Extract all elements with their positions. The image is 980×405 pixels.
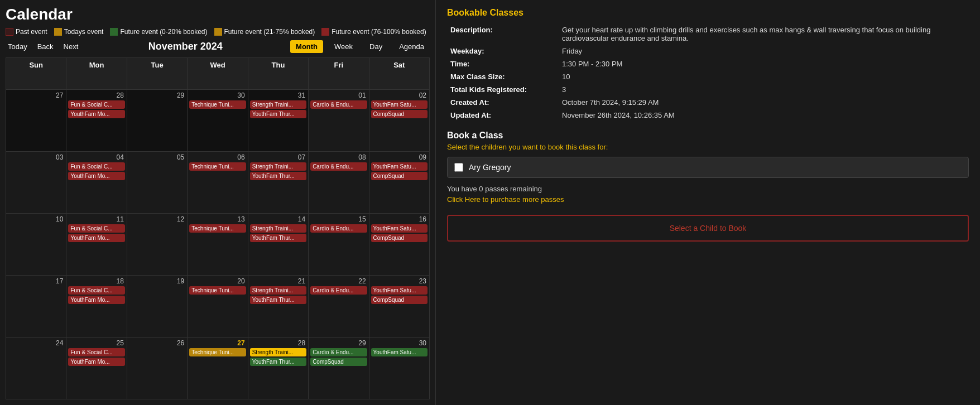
event-pill[interactable]: YouthFam Satu... bbox=[371, 162, 427, 171]
cal-cell: 26 bbox=[127, 338, 188, 399]
event-pill[interactable]: Strength Traini... bbox=[250, 348, 306, 356]
detail-row-time: Time: 1:30 PM - 2:30 PM bbox=[447, 57, 969, 70]
event-pill[interactable]: YouthFam Satu... bbox=[371, 348, 427, 356]
event-pill[interactable]: Fun & Social C... bbox=[68, 286, 124, 295]
cal-cell: 20Technique Tuni... bbox=[188, 276, 248, 338]
event-pill[interactable]: Fun & Social C... bbox=[68, 348, 124, 356]
event-pill[interactable]: YouthFam Thur... bbox=[250, 110, 306, 118]
event-pill[interactable]: YouthFam Mo... bbox=[68, 296, 124, 304]
cal-cell: 22Cardio & Endu... bbox=[309, 276, 369, 338]
total-kids-label: Total Kids Registered: bbox=[447, 83, 559, 96]
cal-cell: 13Technique Tuni... bbox=[188, 214, 248, 276]
calendar-grid: SunMonTueWedThuFriSat2728Fun & Social C.… bbox=[6, 57, 430, 399]
event-pill[interactable]: CompSquad bbox=[371, 296, 427, 304]
event-pill[interactable]: Technique Tuni... bbox=[189, 224, 246, 233]
event-pill[interactable]: YouthFam Thur... bbox=[250, 234, 306, 242]
day-number: 27 bbox=[189, 339, 246, 347]
day-number: 06 bbox=[189, 153, 246, 161]
view-agenda-button[interactable]: Agenda bbox=[393, 40, 430, 53]
event-pill[interactable]: Cardio & Endu... bbox=[310, 100, 367, 109]
day-number: 17 bbox=[8, 277, 64, 285]
day-number: 26 bbox=[129, 339, 185, 347]
view-month-button[interactable]: Month bbox=[290, 40, 323, 53]
day-number: 09 bbox=[371, 153, 427, 161]
view-day-button[interactable]: Day bbox=[364, 40, 388, 53]
cal-cell: 24 bbox=[6, 338, 66, 399]
calendar-toolbar: Today Back Next November 2024 Month Week… bbox=[6, 40, 430, 53]
legend-box-today bbox=[54, 28, 62, 36]
legend-box-future-high bbox=[321, 28, 329, 36]
event-pill[interactable]: Fun & Social C... bbox=[68, 100, 124, 109]
book-button[interactable]: Select a Child to Book bbox=[447, 215, 969, 242]
cal-cell: 29 bbox=[127, 90, 188, 152]
day-number: 16 bbox=[371, 215, 427, 223]
event-pill[interactable]: Technique Tuni... bbox=[189, 286, 246, 295]
day-number: 02 bbox=[371, 91, 427, 99]
cal-cell: 05 bbox=[127, 152, 188, 214]
total-kids-value: 3 bbox=[559, 83, 969, 96]
view-week-button[interactable]: Week bbox=[329, 40, 358, 53]
event-pill[interactable]: YouthFam Mo... bbox=[68, 234, 124, 242]
cal-cell: 23YouthFam Satu...CompSquad bbox=[369, 276, 430, 338]
event-pill[interactable]: Strength Traini... bbox=[250, 100, 306, 109]
cal-cell: 19 bbox=[127, 276, 188, 338]
legend-box-future-mid bbox=[214, 28, 222, 36]
event-pill[interactable]: Cardio & Endu... bbox=[310, 224, 367, 233]
event-pill[interactable]: CompSquad bbox=[371, 110, 427, 118]
cal-cell: 11Fun & Social C...YouthFam Mo... bbox=[66, 214, 127, 276]
event-pill[interactable]: Technique Tuni... bbox=[189, 100, 246, 109]
page-title: Calendar bbox=[6, 6, 430, 23]
event-pill[interactable]: YouthFam Thur... bbox=[250, 358, 306, 366]
detail-table: Description: Get your heart rate up with… bbox=[447, 23, 969, 122]
event-pill[interactable]: CompSquad bbox=[371, 234, 427, 242]
legend-label-future-mid: Future event (21-75% booked) bbox=[224, 28, 315, 36]
cal-cell: 10 bbox=[6, 214, 66, 276]
today-button[interactable]: Today bbox=[6, 41, 30, 52]
event-pill[interactable]: CompSquad bbox=[371, 172, 427, 180]
legend-future-low: Future event (0-20% booked) bbox=[110, 28, 207, 36]
event-pill[interactable]: Technique Tuni... bbox=[189, 348, 246, 356]
detail-section: Bookable Classes Description: Get your h… bbox=[435, 0, 980, 405]
event-pill[interactable]: YouthFam Thur... bbox=[250, 172, 306, 180]
event-pill[interactable]: Strength Traini... bbox=[250, 162, 306, 171]
day-number: 11 bbox=[68, 215, 124, 223]
event-pill[interactable]: Technique Tuni... bbox=[189, 162, 246, 171]
cal-cell: 14Strength Traini...YouthFam Thur... bbox=[248, 214, 309, 276]
day-number: 31 bbox=[250, 91, 306, 99]
max-class-label: Max Class Size: bbox=[447, 70, 559, 83]
event-pill[interactable]: Fun & Social C... bbox=[68, 162, 124, 171]
cal-cell: 30Technique Tuni... bbox=[188, 90, 248, 152]
next-button[interactable]: Next bbox=[61, 41, 81, 52]
max-class-value: 10 bbox=[559, 70, 969, 83]
purchase-passes-link[interactable]: Click Here to purchase more passes bbox=[447, 195, 969, 204]
event-pill[interactable]: Fun & Social C... bbox=[68, 224, 124, 233]
event-pill[interactable]: YouthFam Mo... bbox=[68, 358, 124, 366]
passes-remaining-text: You have 0 passes remaining bbox=[447, 185, 969, 193]
cal-cell: 28Strength Traini...YouthFam Thur... bbox=[248, 338, 309, 399]
event-pill[interactable]: Cardio & Endu... bbox=[310, 286, 367, 295]
detail-row-weekday: Weekday: Friday bbox=[447, 45, 969, 57]
day-number: 25 bbox=[68, 339, 124, 347]
event-pill[interactable]: CompSquad bbox=[310, 358, 367, 366]
cal-cell: 27Technique Tuni... bbox=[188, 338, 248, 399]
cal-cell: 03 bbox=[6, 152, 66, 214]
detail-row-max-class: Max Class Size: 10 bbox=[447, 70, 969, 83]
event-pill[interactable]: YouthFam Mo... bbox=[68, 172, 124, 180]
child-checkbox[interactable] bbox=[454, 163, 463, 172]
event-pill[interactable]: Strength Traini... bbox=[250, 224, 306, 233]
event-pill[interactable]: YouthFam Satu... bbox=[371, 100, 427, 109]
back-button[interactable]: Back bbox=[35, 41, 56, 52]
event-pill[interactable]: Cardio & Endu... bbox=[310, 162, 367, 171]
event-pill[interactable]: YouthFam Thur... bbox=[250, 296, 306, 304]
day-number: 03 bbox=[8, 153, 64, 161]
cal-cell: 01Cardio & Endu... bbox=[309, 90, 369, 152]
event-pill[interactable]: Strength Traini... bbox=[250, 286, 306, 295]
day-number: 30 bbox=[371, 339, 427, 347]
day-number: 27 bbox=[8, 91, 64, 99]
event-pill[interactable]: YouthFam Mo... bbox=[68, 110, 124, 118]
month-title: November 2024 bbox=[86, 41, 285, 52]
day-number: 28 bbox=[68, 91, 124, 99]
event-pill[interactable]: YouthFam Satu... bbox=[371, 286, 427, 295]
event-pill[interactable]: Cardio & Endu... bbox=[310, 348, 367, 356]
event-pill[interactable]: YouthFam Satu... bbox=[371, 224, 427, 233]
